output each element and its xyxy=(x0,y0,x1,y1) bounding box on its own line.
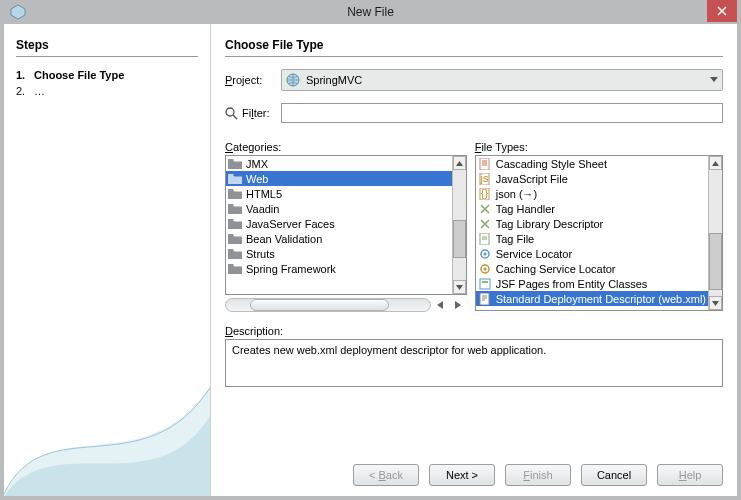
svg-marker-23 xyxy=(712,301,719,306)
description-label: Description: xyxy=(225,325,723,337)
scroll-up-button[interactable] xyxy=(453,156,466,170)
search-icon xyxy=(225,107,238,120)
filetypes-column: File Types: Cascading Style SheetjsJavaS… xyxy=(475,141,723,313)
scroll-left-button[interactable] xyxy=(433,298,447,312)
svg-point-18 xyxy=(483,267,486,270)
filter-row: Filter: xyxy=(225,103,723,123)
svg-marker-0 xyxy=(11,5,25,19)
filetype-item[interactable]: jsJavaScript File xyxy=(476,171,708,186)
finish-button: Finish xyxy=(505,464,571,486)
category-item[interactable]: Bean Validation xyxy=(226,231,452,246)
steps-heading: Steps xyxy=(16,38,198,52)
scroll-right-button[interactable] xyxy=(451,298,465,312)
chevron-down-icon xyxy=(710,77,718,83)
new-file-dialog: New File Steps 1.Choose File Type2.… Cho… xyxy=(0,0,741,500)
help-button: Help xyxy=(657,464,723,486)
decorative-swoosh xyxy=(4,346,210,496)
svg-rect-20 xyxy=(482,281,488,283)
svg-line-4 xyxy=(233,115,237,119)
category-item[interactable]: Struts xyxy=(226,246,452,261)
filetype-item[interactable]: Tag Library Descriptor xyxy=(476,216,708,231)
scroll-down-button[interactable] xyxy=(453,280,466,294)
steps-list: 1.Choose File Type2.… xyxy=(16,67,198,99)
description-text: Creates new web.xml deployment descripto… xyxy=(232,344,546,356)
filter-input[interactable] xyxy=(281,103,723,123)
step-item: 2.… xyxy=(16,83,198,99)
cancel-button[interactable]: Cancel xyxy=(581,464,647,486)
scroll-up-button[interactable] xyxy=(709,156,722,170)
step-item: 1.Choose File Type xyxy=(16,67,198,83)
filetype-item[interactable]: Tag File xyxy=(476,231,708,246)
filetype-item[interactable]: Service Locator xyxy=(476,246,708,261)
project-select[interactable]: SpringMVC xyxy=(281,69,723,91)
svg-rect-9 xyxy=(480,158,489,170)
svg-marker-2 xyxy=(710,77,718,82)
categories-label: Categories: xyxy=(225,141,467,153)
svg-point-3 xyxy=(226,108,234,116)
steps-pane: Steps 1.Choose File Type2.… xyxy=(4,24,210,496)
filetypes-scrollbar[interactable] xyxy=(708,156,722,310)
filetype-item[interactable]: JSF Pages from Entity Classes xyxy=(476,276,708,291)
close-icon xyxy=(717,6,727,16)
back-button: < Back xyxy=(353,464,419,486)
categories-scrollbar[interactable] xyxy=(452,156,466,294)
project-label: Project: xyxy=(225,74,281,86)
filetypes-label: File Types: xyxy=(475,141,723,153)
categories-column: Categories: JMXWebHTML5VaadinJavaServer … xyxy=(225,141,467,313)
project-row: Project: SpringMVC xyxy=(225,69,723,91)
filetype-item[interactable]: Caching Service Locator xyxy=(476,261,708,276)
dialog-content: Steps 1.Choose File Type2.… Choose File … xyxy=(4,24,737,496)
filetypes-listbox[interactable]: Cascading Style SheetjsJavaScript File{}… xyxy=(475,155,723,311)
category-item[interactable]: Spring Framework xyxy=(226,261,452,276)
description-box: Creates new web.xml deployment descripto… xyxy=(225,339,723,387)
scroll-down-button[interactable] xyxy=(709,296,722,310)
svg-point-16 xyxy=(483,252,486,255)
button-row: < Back Next > Finish Cancel Help xyxy=(225,450,723,486)
main-heading: Choose File Type xyxy=(225,38,723,52)
filter-label: Filter: xyxy=(225,107,281,120)
svg-marker-5 xyxy=(456,161,463,166)
globe-icon xyxy=(286,73,300,87)
categories-listbox[interactable]: JMXWebHTML5VaadinJavaServer FacesBean Va… xyxy=(225,155,467,295)
filetype-item[interactable]: Standard Deployment Descriptor (web.xml) xyxy=(476,291,708,306)
categories-hscroll[interactable] xyxy=(225,297,467,313)
svg-rect-21 xyxy=(480,293,489,305)
main-pane: Choose File Type Project: SpringMVC Filt… xyxy=(210,24,737,496)
project-value: SpringMVC xyxy=(306,74,362,86)
svg-marker-22 xyxy=(712,161,719,166)
filetype-item[interactable]: {}json (→) xyxy=(476,186,708,201)
next-button[interactable]: Next > xyxy=(429,464,495,486)
svg-marker-8 xyxy=(455,301,461,309)
svg-text:{}: {} xyxy=(481,188,489,199)
app-icon xyxy=(10,4,26,20)
title-bar: New File xyxy=(4,0,737,24)
category-item[interactable]: JMX xyxy=(226,156,452,171)
svg-marker-6 xyxy=(456,285,463,290)
category-item[interactable]: Vaadin xyxy=(226,201,452,216)
window-title: New File xyxy=(347,5,394,19)
svg-marker-7 xyxy=(437,301,443,309)
category-item[interactable]: Web xyxy=(226,171,452,186)
category-item[interactable]: HTML5 xyxy=(226,186,452,201)
svg-rect-19 xyxy=(480,279,490,289)
lists-container: Categories: JMXWebHTML5VaadinJavaServer … xyxy=(225,141,723,313)
category-item[interactable]: JavaServer Faces xyxy=(226,216,452,231)
filetype-item[interactable]: Tag Handler xyxy=(476,201,708,216)
svg-text:js: js xyxy=(479,173,488,184)
close-button[interactable] xyxy=(707,0,737,22)
filetype-item[interactable]: Cascading Style Sheet xyxy=(476,156,708,171)
